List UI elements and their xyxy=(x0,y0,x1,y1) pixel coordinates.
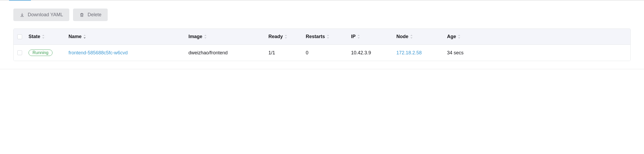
sort-icon xyxy=(284,34,288,39)
table-row: Running frontend-585688c5fc-w6cvd dweizh… xyxy=(14,45,630,61)
delete-button-label: Delete xyxy=(87,12,101,18)
header-age-label: Age xyxy=(447,34,456,39)
cell-name: frontend-585688c5fc-w6cvd xyxy=(69,50,188,56)
header-restarts-label: Restarts xyxy=(306,34,325,39)
header-image[interactable]: Image xyxy=(188,34,268,39)
pods-table: State Name Image xyxy=(13,29,631,61)
sort-icon xyxy=(326,34,330,39)
cell-restarts: 0 xyxy=(306,50,351,56)
header-name[interactable]: Name xyxy=(69,34,188,39)
sort-icon xyxy=(410,34,413,39)
header-restarts[interactable]: Restarts xyxy=(306,34,351,39)
cell-ip: 10.42.3.9 xyxy=(351,50,396,56)
sort-icon xyxy=(42,34,45,39)
table-header: State Name Image xyxy=(14,29,630,45)
header-ready[interactable]: Ready xyxy=(268,34,306,39)
cell-image: dweizhao/frontend xyxy=(188,50,268,56)
select-all-checkbox[interactable] xyxy=(17,34,22,39)
header-state-label: State xyxy=(29,34,40,39)
node-link[interactable]: 172.18.2.58 xyxy=(396,50,422,55)
header-ready-label: Ready xyxy=(268,34,283,39)
trash-icon xyxy=(79,13,84,17)
header-age[interactable]: Age xyxy=(447,34,484,39)
download-icon xyxy=(20,13,25,17)
download-button-label: Download YAML xyxy=(28,12,63,18)
sort-icon xyxy=(457,34,461,39)
header-image-label: Image xyxy=(188,34,202,39)
header-state[interactable]: State xyxy=(29,34,69,39)
pod-name-link[interactable]: frontend-585688c5fc-w6cvd xyxy=(69,50,128,55)
sort-icon xyxy=(83,34,86,39)
tab-underline xyxy=(0,0,644,1)
header-ip[interactable]: IP xyxy=(351,34,396,39)
download-yaml-button[interactable]: Download YAML xyxy=(13,9,69,21)
header-node[interactable]: Node xyxy=(396,34,447,39)
status-badge: Running xyxy=(29,50,53,56)
header-node-label: Node xyxy=(396,34,408,39)
cell-age: 34 secs xyxy=(447,50,484,56)
cell-ready: 1/1 xyxy=(268,50,306,56)
toolbar: Download YAML Delete xyxy=(13,9,631,21)
content-panel: Download YAML Delete State Name xyxy=(0,1,644,69)
delete-button[interactable]: Delete xyxy=(73,9,108,21)
row-checkbox-cell xyxy=(17,50,29,55)
header-checkbox-cell xyxy=(17,34,29,39)
cell-state: Running xyxy=(29,50,69,56)
sort-icon xyxy=(357,34,360,39)
cell-node: 172.18.2.58 xyxy=(396,50,447,56)
sort-icon xyxy=(204,34,207,39)
header-name-label: Name xyxy=(69,34,82,39)
row-checkbox[interactable] xyxy=(17,50,22,55)
header-ip-label: IP xyxy=(351,34,356,39)
